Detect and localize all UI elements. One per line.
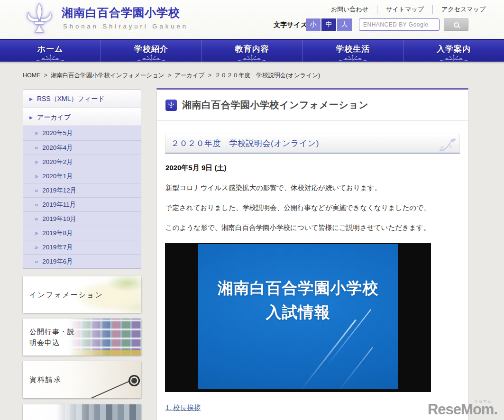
nav-label: 教育内容 <box>235 44 269 55</box>
nav-item-school-intro[interactable]: 学校紹介 <box>101 40 202 62</box>
page-title-row: 湘南白百合学園小学校インフォメーション <box>157 90 468 121</box>
breadcrumb: HOME>湘南白百合学園小学校インフォメーション>アーカイブ>２０２０年度 学校… <box>23 72 320 80</box>
breadcrumb-separator: > <box>168 72 171 79</box>
archive-month-label: 2019年12月 <box>42 187 76 194</box>
archive-month-label: 2019年11月 <box>42 201 76 208</box>
utility-links: お問い合わせ サイトマップ アクセスマップ <box>322 5 494 14</box>
breadcrumb-current-page: ２０２０年度 学校説明会(オンライン) <box>215 72 320 79</box>
sidebar-item-label: アーカイブ <box>37 113 71 121</box>
archive-month-item[interactable]: »2020年4月 <box>23 140 141 155</box>
archive-month-label: 2020年2月 <box>42 158 73 165</box>
font-size-small-button[interactable]: 小 <box>306 18 321 31</box>
video-title-line1: 湘南白百合学園小学校 <box>218 276 379 300</box>
chapter-links: 1. 校長挨拶 2. 国語 <box>165 403 459 420</box>
access-map-link[interactable]: アクセスマップ <box>432 5 494 14</box>
font-size-large-button[interactable]: 大 <box>337 18 352 31</box>
font-size-medium-button[interactable]: 中 <box>321 18 336 31</box>
site-header: 湘南白百合学園小学校 Shonan Shirayuri Gakuen お問い合わ… <box>0 0 504 39</box>
resemom-watermark: リセマム ReseMom. <box>428 401 497 418</box>
archive-month-item[interactable]: »2020年2月 <box>23 155 141 169</box>
tiara-ornament-icon <box>439 55 469 62</box>
chevron-right-icon: » <box>35 240 38 254</box>
archive-month-list: »2020年5月 »2020年4月 »2020年2月 »2020年1月 »201… <box>23 126 141 269</box>
chevron-right-icon: » <box>35 183 38 197</box>
global-nav: ホーム 学校紹介 教育内容 学校生活 入学案内 <box>0 39 504 62</box>
tiara-ornament-icon <box>338 55 368 62</box>
video-title: 湘南白百合学園小学校 入試情報 <box>218 276 379 324</box>
tiara-ornament-icon <box>237 55 267 62</box>
archive-month-item[interactable]: »2019年10月 <box>23 211 141 226</box>
search-button[interactable] <box>444 18 468 31</box>
archive-month-label: 2019年6月 <box>42 258 73 265</box>
archive-month-label: 2020年4月 <box>42 144 73 151</box>
arrow-right-icon: ▶ <box>29 90 33 108</box>
sitemap-link[interactable]: サイトマップ <box>377 5 432 14</box>
banner-label: インフォメーション <box>29 289 103 300</box>
main-content: 湘南白百合学園小学校インフォメーション ２０２０年度 学校説明会(オンライン) … <box>156 88 468 420</box>
tiara-ornament-icon <box>136 55 166 62</box>
article-paragraph: このような形で、湘南白百合学園小学校について皆様にご説明させていただきます。 <box>165 223 459 232</box>
light-streak-graphic <box>300 320 356 392</box>
chevron-right-icon: » <box>35 226 38 240</box>
banner-label: 公開行事・説明会申込 <box>29 326 75 348</box>
nav-item-school-life[interactable]: 学校生活 <box>302 40 403 62</box>
school-name: 湘南白百合学園小学校 <box>62 5 180 20</box>
school-name-english: Shonan Shirayuri Gakuen <box>63 23 188 30</box>
archive-month-item[interactable]: »2020年5月 <box>23 126 141 140</box>
search-icon <box>454 22 459 27</box>
sidebar-item-archive[interactable]: ▶アーカイブ <box>23 108 141 126</box>
archive-month-item[interactable]: »2019年12月 <box>23 183 141 197</box>
archive-month-label: 2020年5月 <box>42 129 73 137</box>
nav-label: ホーム <box>37 44 64 55</box>
archive-month-label: 2019年10月 <box>42 215 76 222</box>
school-logo[interactable] <box>25 2 54 37</box>
watermark-ruby: リセマム <box>474 399 492 404</box>
compass-needle-graphic <box>68 379 133 398</box>
fleur-de-lis-logo-icon <box>25 2 54 37</box>
archive-month-item[interactable]: »2019年8月 <box>23 226 141 240</box>
banner-label: 資料請求 <box>29 374 62 385</box>
chevron-right-icon: » <box>35 155 38 169</box>
banner-document-request[interactable]: 資料請求 <box>23 361 141 398</box>
banner-cityscape-partial[interactable] <box>23 404 141 420</box>
arrow-right-icon: ▶ <box>29 109 33 127</box>
banner-information[interactable]: インフォメーション <box>23 276 141 313</box>
breadcrumb-home[interactable]: HOME <box>23 72 41 79</box>
breadcrumb-separator: > <box>44 72 47 79</box>
font-size-label: 文字サイズ <box>274 21 307 29</box>
sidebar-menu: ▶RSS（XML）フィード ▶アーカイブ <box>23 89 141 126</box>
tiara-ornament-icon <box>35 55 65 62</box>
contact-link[interactable]: お問い合わせ <box>322 5 377 14</box>
breadcrumb-archive[interactable]: アーカイブ <box>174 72 205 79</box>
nav-label: 学校生活 <box>336 44 370 55</box>
video-title-slide: 湘南白百合学園小学校 入試情報 <box>198 244 398 389</box>
banner-open-events-application[interactable]: 公開行事・説明会申込 <box>23 319 141 356</box>
fleur-de-lis-icon <box>165 100 177 111</box>
archive-month-label: 2020年1月 <box>42 173 73 180</box>
chevron-right-icon: » <box>35 169 38 183</box>
light-streak-graphic <box>337 347 373 392</box>
archive-month-label: 2019年7月 <box>42 244 73 251</box>
nav-item-home[interactable]: ホーム <box>0 40 101 62</box>
link-principal-greeting[interactable]: 1. 校長挨拶 <box>165 403 201 412</box>
article-paragraph: 予定されておりました、学校説明会、公開行事などが実施できなくなりましたので、 <box>165 203 459 212</box>
section-title: ２０２０年度 学校説明会(オンライン) <box>171 138 319 149</box>
breadcrumb-information[interactable]: 湘南白百合学園小学校インフォメーション <box>51 72 165 79</box>
nav-item-education[interactable]: 教育内容 <box>202 40 302 62</box>
archive-month-item[interactable]: »2020年1月 <box>23 169 141 183</box>
video-player[interactable]: 湘南白百合学園小学校 入試情報 <box>165 243 431 392</box>
archive-month-item[interactable]: »2019年7月 <box>23 240 141 254</box>
chevron-right-icon: » <box>35 212 38 226</box>
nav-item-admissions[interactable]: 入学案内 <box>403 40 504 62</box>
chevron-right-icon: » <box>35 126 38 140</box>
archive-month-label: 2019年8月 <box>42 229 73 237</box>
sidebar-item-rss-feed[interactable]: ▶RSS（XML）フィード <box>23 90 141 108</box>
breadcrumb-separator: > <box>208 72 211 79</box>
article-date: 2020年5月 9日 (土) <box>165 164 459 173</box>
archive-month-item[interactable]: »2019年11月 <box>23 197 141 211</box>
flourish-ornament-icon <box>438 136 458 152</box>
font-size-switcher: 小 中 大 <box>306 18 353 31</box>
archive-month-item[interactable]: »2019年6月 <box>23 254 141 268</box>
chevron-right-icon: » <box>35 141 38 155</box>
search-input[interactable] <box>359 18 440 31</box>
